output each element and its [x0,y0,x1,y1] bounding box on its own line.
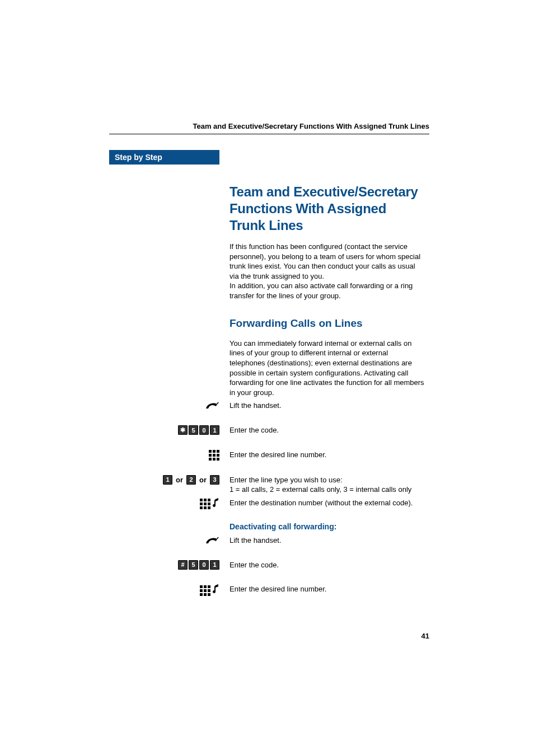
key-option-2: 2 [186,475,196,485]
page-number: 41 [421,632,429,640]
key-0: 0 [199,425,209,435]
or-text-1: or [176,476,183,484]
key-5: 5 [189,425,198,435]
key-option-1: 1 [163,475,172,485]
key-1: 1 [210,425,219,435]
musical-note-icon [213,584,219,597]
step-enter-code-1: Enter the code. [229,425,425,435]
step-lift-handset-2: Lift the handset. [229,536,425,546]
step-enter-code-2: Enter the code. [229,560,425,570]
code-keys-star-501: ✱ 5 0 1 [178,425,219,435]
key-option-3: 3 [210,475,219,485]
running-header: Team and Executive/Secretary Functions W… [109,122,429,134]
lift-handset-icon [205,401,219,411]
key-5: 5 [189,560,198,570]
step-enter-destination: Enter the destination number (without th… [229,498,425,508]
heading-main: Team and Executive/Secretary Functions W… [229,184,425,234]
key-1: 1 [210,560,219,570]
intro-paragraph-2: In addition, you can also activate call … [229,281,425,300]
code-keys-hash-501: # 5 0 1 [178,560,219,570]
heading-deactivating: Deactivating call forwarding: [229,522,425,532]
step-by-step-badge: Step by Step [109,150,219,165]
intro-paragraph-1: If this function has been configured (co… [229,242,425,281]
or-text-2: or [199,476,207,484]
heading-forwarding: Forwarding Calls on Lines [229,316,425,331]
step-enter-line-number-1: Enter the desired line number. [229,450,425,460]
keypad-icon [209,450,219,461]
musical-note-icon [213,498,219,510]
step-line-type-prompt: Enter the line type you wish to use: [229,475,425,485]
line-type-options: 1 or 2 or 3 [163,475,219,485]
key-hash: # [178,560,188,570]
step-lift-handset-1: Lift the handset. [229,401,425,411]
keypad-icon [200,585,210,596]
keypad-icon [200,499,210,509]
key-star: ✱ [178,425,188,435]
step-enter-line-number-2: Enter the desired line number. [229,584,425,594]
forwarding-paragraph: You can immediately forward internal or … [229,339,425,397]
lift-handset-icon [205,536,219,546]
key-0: 0 [199,560,209,570]
step-line-type-legend: 1 = all calls, 2 = external calls only, … [229,485,425,495]
